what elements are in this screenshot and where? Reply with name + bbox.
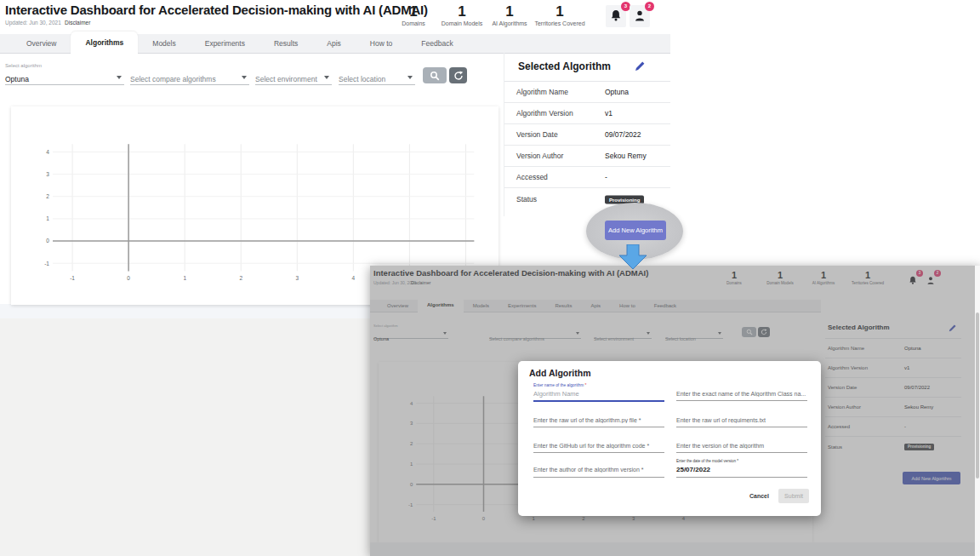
tab-how-to[interactable]: How to	[356, 34, 407, 54]
svg-text:-1: -1	[70, 275, 75, 281]
chevron-down-icon	[407, 76, 413, 79]
submit-button[interactable]: Submit	[778, 489, 809, 503]
raw-url-underline	[533, 427, 664, 427]
name-input-underline	[533, 400, 664, 402]
refresh-icon	[453, 71, 464, 81]
algorithm-name-input[interactable]: Algorithm Name	[533, 390, 579, 398]
author-input[interactable]: Enter the author of the algorithm versio…	[533, 467, 664, 473]
add-algorithm-modal: Add Algorithm Enter name of the algorith…	[518, 361, 821, 516]
svg-text:0: 0	[46, 238, 49, 244]
screen: Interactive Dashboard for Accelerated De…	[0, 0, 980, 556]
refresh-button[interactable]	[449, 67, 467, 83]
version-input[interactable]: Enter the version of the algorithm	[676, 443, 807, 449]
modal-title: Add Algorithm	[529, 368, 591, 378]
chevron-down-icon	[242, 76, 247, 79]
stat-label: Territories Covered	[534, 20, 584, 26]
stat-value: 1	[534, 4, 584, 19]
svg-text:3: 3	[46, 171, 49, 177]
github-url-input[interactable]: Enter the GitHub url for the algorithm c…	[533, 443, 664, 449]
row-label: Accessed	[516, 173, 548, 181]
search-icon	[430, 71, 440, 81]
svg-text:-1: -1	[44, 261, 49, 267]
row-value: -	[605, 173, 607, 181]
stat-label: AI Algorithms	[492, 20, 527, 26]
stat-ai-algorithms: 1 AI Algorithms	[492, 4, 527, 26]
page-title: Interactive Dashboard for Accelerated De…	[5, 3, 428, 17]
tab-models[interactable]: Models	[138, 34, 190, 54]
table-row: Version Author Sekou Remy	[504, 146, 670, 167]
stat-territories: 1 Territories Covered	[534, 4, 584, 26]
class-name-input[interactable]: Enter the exact name of the Algorithm Cl…	[676, 391, 807, 397]
row-value: Optuna	[605, 88, 629, 96]
class-input-underline	[676, 400, 807, 401]
table-row: Version Date 09/07/2022	[504, 124, 670, 146]
table-row: Algorithm Version v1	[504, 103, 670, 124]
algorithm-select[interactable]: Optuna	[5, 70, 124, 85]
date-underline	[676, 477, 807, 478]
disclaimer-link[interactable]: Disclaimer	[65, 20, 90, 26]
row-value: 09/07/2022	[605, 130, 641, 139]
add-new-algorithm-button[interactable]: Add New Algorithm	[605, 221, 666, 240]
svg-text:1: 1	[183, 275, 186, 281]
svg-text:2: 2	[46, 193, 49, 199]
tab-results[interactable]: Results	[259, 34, 312, 54]
stat-value: 1	[492, 4, 527, 19]
row-value: v1	[605, 109, 612, 118]
callout-arrow-down-icon	[618, 244, 647, 270]
tab-algorithms[interactable]: Algorithms	[71, 32, 138, 54]
requirements-underline	[676, 427, 807, 427]
date-input[interactable]: 25/07/2022	[676, 466, 710, 473]
edit-pencil-icon[interactable]	[635, 61, 645, 72]
user-badge: 2	[645, 2, 654, 11]
scrollbar-track[interactable]	[975, 266, 980, 556]
user-icon	[634, 9, 646, 22]
date-field-label: Enter the date of the model version *	[676, 459, 738, 463]
raw-url-input[interactable]: Enter the raw url of the algorithm.py fi…	[533, 417, 664, 423]
tab-apis[interactable]: Apis	[312, 34, 356, 54]
required-asterisk: *	[585, 383, 587, 387]
table-row: Algorithm Name Optuna	[504, 82, 670, 103]
compare-select-placeholder: Select compare algorithms	[130, 75, 216, 83]
tab-experiments[interactable]: Experiments	[191, 34, 259, 54]
panel-title: Selected Algorithm	[518, 60, 611, 72]
svg-text:3: 3	[295, 275, 299, 281]
version-underline	[676, 452, 807, 453]
row-label: Version Author	[516, 152, 563, 160]
compare-algorithms-select[interactable]: Select compare algorithms	[130, 70, 249, 85]
chevron-down-icon	[117, 76, 122, 79]
name-field-label-text: Enter name of the algorithm	[533, 383, 585, 387]
status-label: Status	[516, 195, 537, 203]
environment-select-placeholder: Select environment	[255, 75, 317, 83]
stat-domain-models: 1 Domain Models	[442, 4, 483, 26]
search-button[interactable]	[423, 67, 447, 83]
chevron-down-icon	[324, 76, 329, 79]
tab-feedback[interactable]: Feedback	[407, 34, 467, 54]
requirements-url-input[interactable]: Enter the raw url of requiments.txt	[676, 417, 807, 423]
inset-screenshot: Interactive Dashboard for Accelerated De…	[370, 266, 980, 556]
cancel-button[interactable]: Cancel	[749, 493, 769, 499]
svg-text:2: 2	[239, 275, 242, 281]
author-underline	[533, 477, 664, 478]
stat-label: Domain Models	[442, 20, 483, 26]
row-label: Algorithm Name	[516, 88, 568, 96]
bell-icon	[610, 9, 622, 22]
notifications-button[interactable]: 3	[606, 5, 626, 27]
location-select[interactable]: Select location	[339, 70, 415, 85]
github-underline	[533, 452, 664, 453]
table-row: Accessed -	[504, 167, 670, 188]
user-button[interactable]: 2	[630, 5, 650, 27]
selected-algorithm-panel: Selected Algorithm Algorithm Name Optuna…	[504, 53, 670, 216]
scrollbar-thumb[interactable]	[976, 312, 979, 479]
stat-domains: 1 Domains	[402, 4, 425, 26]
stat-label: Domains	[402, 20, 425, 26]
stat-value: 1	[442, 4, 483, 19]
environment-select[interactable]: Select environment	[255, 70, 332, 85]
stat-value: 1	[402, 4, 425, 19]
svg-text:0: 0	[127, 275, 130, 281]
svg-text:4: 4	[46, 149, 49, 155]
row-label: Version Date	[516, 130, 558, 139]
tab-overview[interactable]: Overview	[12, 34, 71, 54]
row-label: Algorithm Version	[516, 109, 573, 118]
updated-label: Updated: Jun 30, 2021	[5, 20, 61, 26]
row-value: Sekou Remy	[605, 152, 647, 160]
